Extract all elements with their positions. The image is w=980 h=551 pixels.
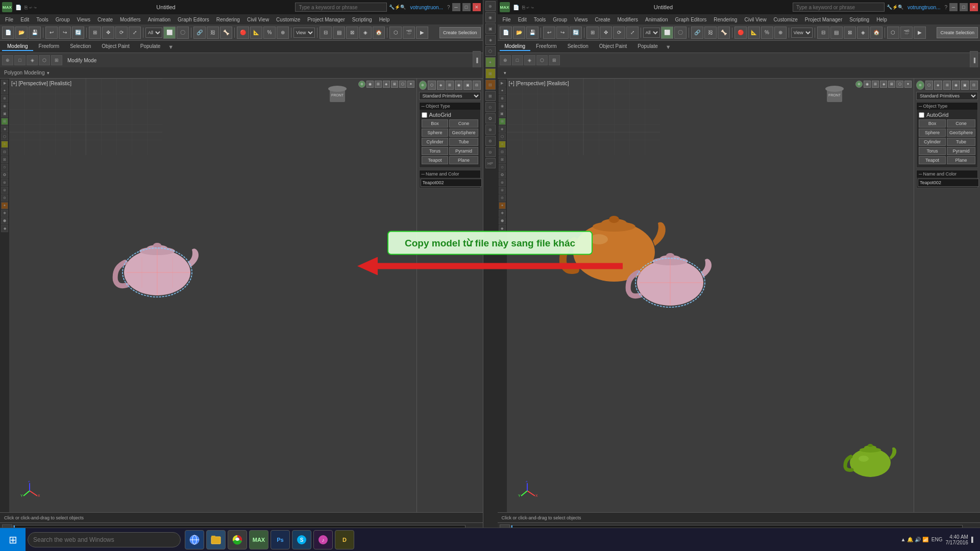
left-si-3[interactable]: ⊕ [1,95,8,102]
center-btn-2[interactable]: ◉ [485,12,496,22]
left-tab-freeform[interactable]: Freeform [34,42,65,51]
right-menu-rendering[interactable]: Rendering [710,14,740,24]
left-tool-unlink[interactable]: ⛓ [207,27,219,39]
left-tab-selection[interactable]: Selection [65,42,96,51]
left-tool-preview[interactable]: ▶ [416,27,428,39]
center-btn-9[interactable]: ⊠ [485,91,496,101]
left-tool-scene[interactable]: 🏠 [373,27,385,39]
taskbar-app-explorer[interactable] [206,530,226,549]
right-btn-plane[interactable]: Plane [947,156,975,164]
left-btn-tube[interactable]: Tube [449,138,478,146]
right-tool-snap[interactable]: 🔴 [734,27,747,39]
left-tool-redo[interactable]: ↪ [59,27,71,39]
left-btn-cylinder[interactable]: Cylinder [422,138,449,146]
taskbar-app-ps[interactable]: Ps [271,530,290,549]
right-tool-lasso[interactable]: 〇 [674,27,687,39]
left-pi-2[interactable]: ⬡ [428,81,436,90]
left-create-selection-btn[interactable]: Create Selection [439,27,481,38]
left-nav-cube[interactable]: FRONT [325,83,350,109]
left-close-btn[interactable]: ✕ [473,3,481,11]
right-tab-populate[interactable]: Populate [632,42,663,51]
left-tool-spinner[interactable]: ⊕ [277,27,289,39]
right-tool-select[interactable]: ⊞ [586,27,599,39]
right-menu-customize[interactable]: Customize [771,14,801,24]
center-btn-10[interactable]: ✩ [485,102,496,112]
left-menu-animation[interactable]: Animation [145,14,174,24]
left-tool-rotate[interactable]: ⟳ [115,27,128,39]
left-tool-rect-sel[interactable]: ⬜ [163,27,176,39]
left-tool-select[interactable]: ⊞ [89,27,101,39]
right-menu-modifiers[interactable]: Modifiers [615,14,642,24]
left-si-10[interactable]: ⊟ [1,148,8,156]
right-view-dropdown[interactable]: View [791,28,813,38]
center-btn-12[interactable]: ⊛ [485,124,496,135]
left-si-18[interactable]: ❖ [1,210,8,217]
right-tab-paint[interactable]: Object Paint [594,42,632,51]
taskbar-app-skype[interactable]: S [292,530,311,549]
left-pi-6[interactable]: ▣ [463,81,472,90]
left-menu-tools[interactable]: Tools [33,14,51,24]
center-btn-11[interactable]: ✪ [485,113,496,123]
left-pi-3[interactable]: ◈ [437,81,445,90]
center-btn-8[interactable]: ⊟ [485,80,496,90]
right-btn-geosphere[interactable]: GeoSphere [947,129,975,137]
left-menu-edit[interactable]: Edit [17,14,32,24]
right-tool-link[interactable]: 🔗 [691,27,703,39]
right-mod-btn2[interactable]: □ [512,55,523,65]
right-tool-align[interactable]: ⊟ [817,27,829,39]
left-tool-material[interactable]: ⬡ [389,27,402,39]
left-name-input[interactable] [421,179,482,187]
right-create-selection-btn[interactable]: Create Selection [937,27,978,38]
right-si-12[interactable]: ✩ [499,164,506,171]
right-search-input[interactable] [793,3,885,12]
right-vp-icon-4[interactable]: ◈ [880,81,887,88]
left-mod-btn1[interactable]: ⊕ [2,55,13,65]
right-tool-layer[interactable]: ▤ [830,27,843,39]
taskbar-app-max1[interactable]: MAX [249,530,268,549]
right-menu-create[interactable]: Create [592,14,614,24]
left-vp-icon-7[interactable]: ✦ [407,81,414,88]
right-tool-render[interactable]: 🎬 [900,27,913,39]
right-btn-tube[interactable]: Tube [947,138,975,146]
left-tool-save[interactable]: 💾 [29,27,41,39]
right-mod-tall[interactable]: ▐ [970,51,978,69]
right-tool-preview[interactable]: ▶ [914,27,926,39]
right-btn-sphere[interactable]: Sphere [919,129,946,137]
left-si-1[interactable]: ▶ [1,80,8,87]
left-si-16[interactable]: ⊝ [1,194,8,202]
right-vp-icon-5[interactable]: ⊠ [888,81,895,88]
center-btn-1[interactable]: ⊕ [485,1,496,11]
left-tab-paint[interactable]: Object Paint [96,42,134,51]
center-btn-4[interactable]: ◈ [485,35,496,45]
center-btn-7[interactable]: ⊞ [485,68,496,79]
left-btn-box[interactable]: Box [422,119,449,128]
center-btn-6[interactable]: ✦ [485,57,496,67]
left-tool-obj[interactable]: ◈ [359,27,372,39]
right-tab-extra[interactable]: ▼ [666,44,671,50]
right-tool-undo[interactable]: ↩ [543,27,555,39]
left-pi-7[interactable]: ⊟ [473,81,481,90]
left-mod-btn2[interactable]: □ [14,55,26,65]
left-tool-snap[interactable]: 🔴 [237,27,249,39]
right-si-20[interactable]: ◆ [499,225,506,232]
left-btn-torus[interactable]: Torus [422,147,449,155]
left-btn-teapot[interactable]: Teapot [422,156,449,164]
left-menu-civil[interactable]: Civil View [244,14,272,24]
left-tool-percent[interactable]: % [263,27,276,39]
taskbar-start-btn[interactable]: ⊞ [0,528,26,552]
right-tool-bone[interactable]: 🦴 [718,27,730,39]
left-menu-graph[interactable]: Graph Editors [175,14,212,24]
left-tool-new[interactable]: 📄 [2,27,14,39]
left-tool-move[interactable]: ✥ [102,27,114,39]
left-menu-help[interactable]: Help [376,14,393,24]
left-pi-5[interactable]: ◉ [455,81,463,90]
right-tool-save[interactable]: 💾 [526,27,538,39]
left-si-14[interactable]: ⊛ [1,179,8,186]
right-si-16[interactable]: ⊝ [499,194,506,202]
right-si-17[interactable]: ✦ [499,202,506,209]
left-si-7[interactable]: ◈ [1,126,8,133]
right-menu-scripting[interactable]: Scripting [846,14,872,24]
left-filter-dropdown[interactable]: All [145,28,162,38]
left-vp-icon-3[interactable]: ⊞ [375,81,382,88]
right-vp-icon-1[interactable]: ⊕ [855,81,863,88]
